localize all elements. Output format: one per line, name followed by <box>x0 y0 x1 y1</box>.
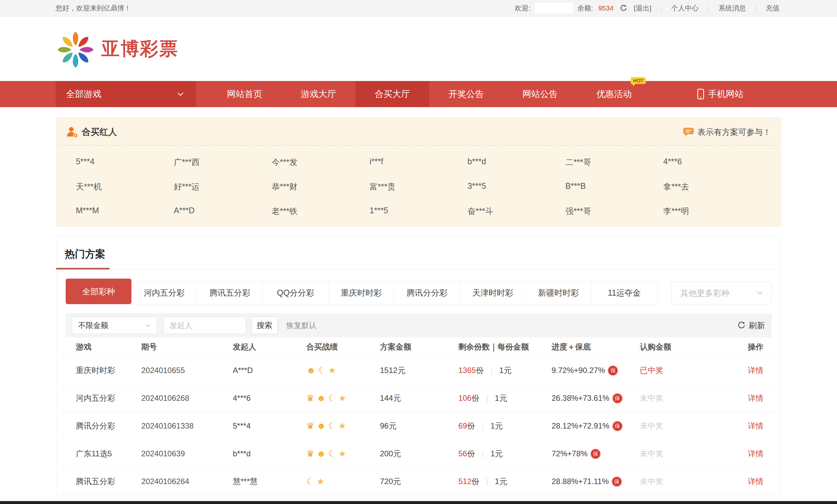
red-user[interactable]: 李***明 <box>663 206 761 217</box>
red-user[interactable]: 二***哥 <box>565 157 663 168</box>
lottery-tab[interactable]: 重庆时时彩 <box>328 281 394 304</box>
column-header: 剩余份数｜每份金额 <box>458 342 552 352</box>
red-user[interactable]: 广***西 <box>174 157 271 168</box>
initiator-input[interactable] <box>163 317 246 334</box>
logout-link[interactable]: [退出] <box>632 4 654 13</box>
speech-bubble-icon <box>683 127 694 137</box>
cell-remaining: 1365份｜1元 <box>458 365 552 376</box>
nav-item[interactable]: 网站公告 <box>503 81 577 107</box>
lottery-tab[interactable]: 11运夺金 <box>591 281 657 304</box>
table-row: 腾讯分分彩 202401061338 5***4 ♛☻☾★ 96元 69份｜1元… <box>56 412 781 440</box>
red-user[interactable]: 拿***去 <box>663 181 761 192</box>
cell-initiator[interactable]: b***d <box>233 449 306 458</box>
red-user[interactable]: 富***贵 <box>370 181 467 192</box>
brand[interactable]: 亚博彩票 <box>56 29 179 69</box>
red-user[interactable]: 好***运 <box>174 181 271 192</box>
divider: ｜ <box>487 366 495 375</box>
lottery-tab[interactable]: QQ分分彩 <box>263 281 328 304</box>
guarantee-badge: 保 <box>590 449 601 459</box>
face-icon: ☻ <box>306 366 316 375</box>
crown-icon: ♛ <box>306 449 314 458</box>
red-user[interactable]: 今***发 <box>272 157 370 168</box>
share-unit: 份 <box>467 422 475 430</box>
moon-icon: ☾ <box>328 394 336 403</box>
filter-bar: 不限金额 搜索 恢复默认 刷新 <box>65 313 772 337</box>
lottery-tab[interactable]: 新疆时时彩 <box>526 281 591 304</box>
nav-item[interactable]: 网站首页 <box>208 81 282 107</box>
purchase-status: 未中奖 <box>640 448 748 459</box>
nav-item[interactable]: 游戏大厅 <box>282 81 355 107</box>
cell-amount: 144元 <box>380 393 458 404</box>
detail-link[interactable]: 详情 <box>748 448 781 459</box>
cell-progress: 28.88%+71.11% 保 <box>552 477 640 487</box>
reset-default-link[interactable]: 恢复默认 <box>286 320 317 331</box>
cell-remaining: 56份｜1元 <box>458 448 552 459</box>
lottery-tabs: 全部彩种河内五分彩腾讯五分彩QQ分分彩重庆时时彩腾讯分分彩天津时时彩新疆时时彩1… <box>65 281 658 304</box>
red-user[interactable]: 3***5 <box>467 181 565 192</box>
red-user[interactable]: 5***4 <box>76 157 174 168</box>
cell-initiator[interactable]: 慧***慧 <box>233 476 306 487</box>
red-user[interactable]: 奋***斗 <box>467 206 565 217</box>
topbar-link[interactable]: 个人中心 <box>669 4 701 13</box>
nav-item[interactable]: 开奖公告 <box>429 81 503 107</box>
lottery-tab[interactable]: 天津时时彩 <box>460 281 526 304</box>
search-button[interactable]: 搜索 <box>251 317 278 334</box>
lottery-tab[interactable]: 腾讯分分彩 <box>394 281 460 304</box>
cell-issue: 202401061338 <box>141 422 233 430</box>
brand-title: 亚博彩票 <box>101 37 179 61</box>
amount-filter-select[interactable]: 不限金额 <box>72 317 157 334</box>
red-user[interactable]: i***f <box>370 157 467 168</box>
lottery-tab[interactable]: 全部彩种 <box>66 279 131 304</box>
progress-value: 9.72%+90.27% <box>552 366 605 375</box>
cell-progress: 26.38%+73.61% 保 <box>552 393 640 404</box>
nav-item-label: 开奖公告 <box>449 88 484 100</box>
red-user[interactable]: 4***6 <box>663 157 761 168</box>
hot-plans-panel: 热门方案 全部彩种河内五分彩腾讯五分彩QQ分分彩重庆时时彩腾讯分分彩天津时时彩新… <box>56 236 781 504</box>
amount-filter-value: 不限金额 <box>78 320 108 331</box>
column-header: 合买战绩 <box>306 342 380 352</box>
red-user[interactable]: 老***铁 <box>272 206 370 217</box>
cell-remaining: 106份｜1元 <box>458 393 552 404</box>
refresh-button[interactable]: 刷新 <box>737 320 765 331</box>
lottery-tab[interactable]: 腾讯五分彩 <box>197 281 263 304</box>
red-user[interactable]: 天***机 <box>76 181 174 192</box>
detail-link[interactable]: 详情 <box>748 476 781 487</box>
red-user[interactable]: 恭***财 <box>272 181 370 192</box>
red-user[interactable]: b***d <box>467 157 565 168</box>
red-user[interactable]: A***D <box>174 206 271 217</box>
red-user[interactable]: M***M <box>76 206 174 217</box>
purchase-status: 未中奖 <box>640 393 748 404</box>
detail-link[interactable]: 详情 <box>748 365 781 376</box>
red-user[interactable]: B***B <box>565 181 663 192</box>
remaining-count: 1365 <box>458 366 476 375</box>
detail-link[interactable]: 详情 <box>748 393 781 404</box>
column-header: 发起人 <box>233 342 306 352</box>
cell-record: ♛☻☾★ <box>306 422 380 430</box>
star-icon: ★ <box>338 394 346 403</box>
nav-item[interactable]: 合买大厅 <box>355 81 429 107</box>
red-user[interactable]: 1***5 <box>370 206 467 217</box>
share-unit: 份 <box>476 366 484 375</box>
more-lotteries-dropdown[interactable]: 其他更多彩种 <box>672 282 772 304</box>
crown-icon: ♛ <box>306 394 314 403</box>
username-box <box>535 3 573 13</box>
nav-item[interactable]: 优惠活动 HOT <box>577 81 651 107</box>
refresh-balance-icon[interactable] <box>620 4 627 12</box>
cell-initiator[interactable]: A***D <box>233 366 306 375</box>
star-icon: ★ <box>338 422 346 430</box>
detail-link[interactable]: 详情 <box>748 421 781 431</box>
cell-amount: 720元 <box>380 476 458 487</box>
all-games-dropdown[interactable]: 全部游戏 <box>56 81 196 107</box>
red-user[interactable]: 强***哥 <box>565 206 663 217</box>
lottery-tab[interactable]: 河内五分彩 <box>131 281 197 304</box>
cell-initiator[interactable]: 5***4 <box>233 422 306 430</box>
cell-initiator[interactable]: 4***6 <box>233 394 306 403</box>
topbar-link[interactable]: 充值 <box>764 4 781 13</box>
face-icon: ☻ <box>317 449 326 458</box>
topbar-link[interactable]: 系统消息 <box>716 4 748 13</box>
cell-amount: 200元 <box>380 448 458 459</box>
nav-item[interactable]: 手机网站 <box>671 81 769 107</box>
topbar: 您好，欢迎来到亿鼎博！ 欢迎: 余额: 9534 [退出] ｜ 个人中心 ｜ 系… <box>0 0 837 17</box>
share-unit: 份 <box>471 477 479 486</box>
progress-value: 26.38%+73.61% <box>552 394 609 403</box>
